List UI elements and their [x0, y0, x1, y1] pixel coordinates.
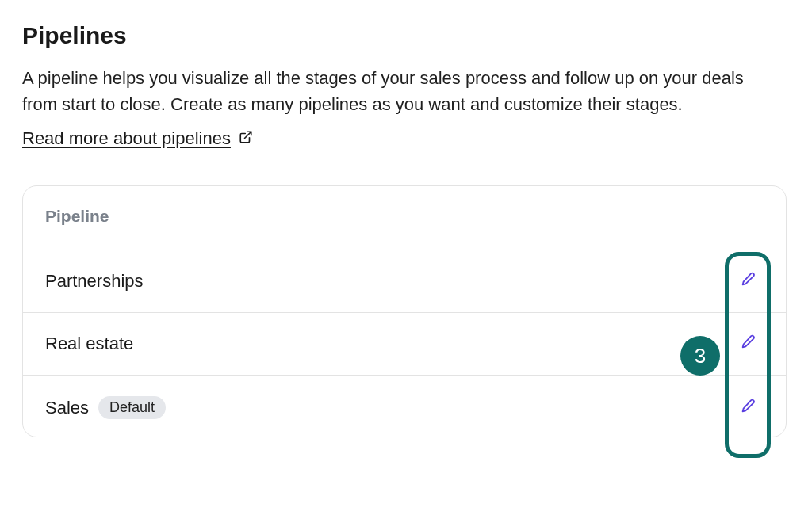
edit-button[interactable]: [738, 334, 759, 354]
pipeline-name: Sales: [45, 398, 89, 418]
pencil-icon: [740, 270, 757, 292]
table-row: Sales Default: [23, 376, 786, 437]
pipeline-name: Real estate: [45, 334, 133, 354]
page-title: Pipelines: [22, 22, 787, 49]
annotation-step-badge: 3: [680, 336, 720, 376]
external-link-icon: [239, 128, 253, 149]
edit-button[interactable]: [738, 398, 759, 418]
table-row: Real estate: [23, 313, 786, 376]
read-more-link[interactable]: Read more about pipelines: [22, 128, 253, 149]
default-badge: Default: [98, 396, 166, 419]
edit-button[interactable]: [738, 271, 759, 292]
pipeline-name: Partnerships: [45, 271, 144, 292]
svg-line-0: [244, 132, 251, 138]
table-header: Pipeline: [23, 186, 786, 250]
pencil-icon: [740, 333, 757, 355]
pipeline-table: Pipeline Partnerships Real estate: [22, 185, 787, 437]
read-more-text: Read more about pipelines: [22, 128, 231, 149]
page-description: A pipeline helps you visualize all the s…: [22, 65, 768, 117]
table-row: Partnerships: [23, 250, 786, 313]
pencil-icon: [740, 397, 757, 419]
